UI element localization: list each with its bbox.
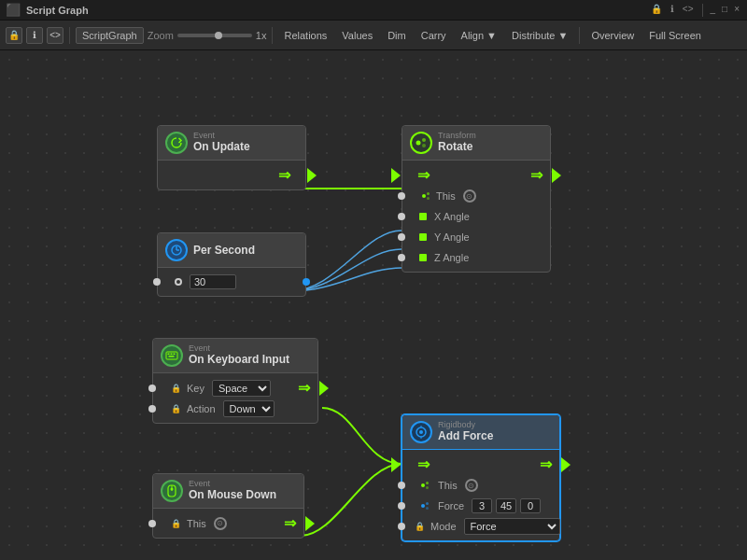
add-force-mode-label: Mode — [430, 521, 457, 532]
transform-yangle-row: Y Angle — [402, 227, 550, 247]
transform-xangle-dot — [419, 213, 427, 220]
node-mouse-down[interactable]: Event On Mouse Down 🔒 This ⊙ ⇒ — [152, 473, 304, 539]
add-force-force-port[interactable] — [398, 502, 405, 510]
minimize-btn[interactable]: _ — [709, 4, 718, 17]
on-update-subtitle: Event — [193, 132, 298, 140]
info-icon[interactable]: ℹ — [668, 4, 677, 17]
keyboard-key-select[interactable]: Space Enter Escape — [212, 380, 271, 397]
mouse-down-in-port[interactable] — [148, 520, 156, 527]
add-force-flow-row: ⇒ ⇒ — [402, 454, 559, 475]
title-bar-title: Script Graph — [26, 5, 89, 16]
mouse-down-title-group: Event On Mouse Down — [189, 480, 296, 501]
svg-point-18 — [419, 430, 423, 434]
keyboard-header: Event On Keyboard Input — [153, 339, 317, 373]
transform-rotate-header: Transform Rotate — [402, 126, 550, 161]
mouse-down-icon — [161, 480, 183, 502]
mouse-down-this-label: This — [187, 518, 206, 529]
svg-point-7 — [427, 192, 430, 195]
add-force-force-icon — [419, 500, 430, 511]
add-force-title-group: Rigidbody Add Force — [438, 421, 552, 442]
keyboard-key-in-port[interactable] — [148, 385, 156, 392]
window-controls[interactable]: 🔒 ℹ <> _ □ × — [648, 4, 741, 17]
transform-flow-out[interactable] — [552, 168, 561, 183]
add-force-flow-in[interactable] — [391, 457, 401, 472]
transform-flow-out-arrow: ⇒ — [530, 166, 543, 184]
mouse-down-header: Event On Mouse Down — [153, 474, 303, 509]
lock-toolbar-icon[interactable]: 🔒 — [6, 27, 22, 44]
transform-xangle-port[interactable] — [398, 213, 405, 220]
distribute-btn[interactable]: Distribute ▼ — [506, 28, 573, 43]
per-second-in-port[interactable] — [153, 278, 161, 286]
keyboard-flow-port[interactable] — [319, 381, 329, 396]
maximize-btn[interactable]: □ — [720, 4, 729, 17]
scriptgraph-tag[interactable]: ScriptGraph — [76, 27, 144, 44]
svg-rect-12 — [174, 354, 176, 356]
zoom-slider[interactable] — [177, 34, 252, 37]
values-btn[interactable]: Values — [336, 28, 378, 43]
per-second-title-group: Per Second — [193, 244, 298, 257]
add-force-flow-out[interactable] — [561, 457, 571, 472]
info-toolbar-icon[interactable]: ℹ — [26, 27, 43, 44]
transform-flow-row: ⇒ ⇒ — [402, 164, 550, 186]
code-toolbar-icon[interactable]: <> — [47, 27, 63, 44]
svg-point-8 — [427, 197, 430, 200]
transform-yangle-port[interactable] — [398, 233, 405, 241]
mouse-down-flow-arrow: ⇒ — [284, 514, 296, 532]
mouse-down-flow-port[interactable] — [305, 516, 315, 531]
add-force-mode-port[interactable] — [398, 523, 405, 530]
node-transform-rotate[interactable]: Transform Rotate ⇒ ⇒ — [402, 125, 551, 273]
svg-rect-10 — [168, 354, 170, 356]
mouse-down-body: 🔒 This ⊙ ⇒ — [153, 509, 303, 538]
on-update-title: On Update — [193, 140, 298, 153]
transform-this-in-port[interactable] — [398, 192, 405, 200]
keyboard-action-select[interactable]: Down Up Hold — [223, 400, 275, 417]
add-force-y-input[interactable] — [496, 498, 516, 513]
svg-point-6 — [422, 194, 426, 198]
node-per-second[interactable]: Per Second — [157, 232, 306, 297]
overview-btn[interactable]: Overview — [585, 28, 640, 43]
add-force-z-input[interactable] — [520, 498, 541, 513]
lock-icon[interactable]: 🔒 — [648, 4, 665, 17]
transform-zangle-port[interactable] — [398, 254, 405, 261]
transform-flow-in-arrow: ⇒ — [417, 166, 430, 184]
add-force-mode-lock: 🔒 — [414, 521, 425, 532]
code-icon[interactable]: <> — [680, 4, 697, 17]
fullscreen-btn[interactable]: Full Screen — [643, 28, 707, 43]
transform-zangle-label: Z Angle — [434, 252, 469, 263]
svg-point-16 — [171, 488, 174, 491]
transform-xangle-label: X Angle — [434, 211, 470, 222]
node-keyboard-input[interactable]: Event On Keyboard Input 🔒 Key Space Ente… — [152, 338, 318, 424]
add-force-this-port[interactable] — [398, 482, 405, 489]
keyboard-action-in-port[interactable] — [148, 405, 156, 413]
add-force-mode-select[interactable]: Force Impulse VelocityChange — [464, 518, 560, 535]
on-update-icon — [165, 132, 188, 154]
node-on-update[interactable]: Event On Update ⇒ — [157, 125, 306, 190]
add-force-x-input[interactable] — [472, 498, 492, 513]
svg-point-26 — [426, 507, 429, 510]
align-btn[interactable]: Align ▼ — [456, 28, 502, 43]
keyboard-title: On Keyboard Input — [189, 353, 310, 366]
on-update-title-group: Event On Update — [193, 132, 298, 153]
add-force-force-row: Force — [402, 496, 559, 516]
relations-btn[interactable]: Relations — [278, 28, 332, 43]
transform-this-target[interactable]: ⊙ — [463, 189, 476, 203]
svg-rect-13 — [169, 356, 175, 357]
on-update-flow-port[interactable] — [307, 168, 317, 183]
transform-zangle-row: Z Angle — [402, 247, 550, 268]
dim-btn[interactable]: Dim — [382, 28, 412, 43]
on-update-body: ⇒ — [158, 161, 305, 189]
svg-point-25 — [426, 502, 429, 505]
transform-rotate-body: ⇒ ⇒ This ⊙ — [402, 161, 550, 272]
zoom-slider-thumb[interactable] — [215, 32, 222, 39]
close-btn[interactable]: × — [732, 4, 741, 17]
title-bar: ⬛ Script Graph 🔒 ℹ <> _ □ × — [0, 0, 747, 21]
transform-title: Rotate — [438, 140, 543, 153]
mouse-down-this-target[interactable]: ⊙ — [214, 517, 227, 530]
per-second-out-port[interactable] — [303, 278, 310, 286]
transform-flow-in[interactable] — [391, 168, 401, 183]
carry-btn[interactable]: Carry — [416, 28, 452, 43]
add-force-this-target[interactable]: ⊙ — [465, 479, 478, 492]
per-second-input[interactable] — [190, 274, 236, 289]
toolbar-sep1 — [69, 27, 70, 44]
node-add-force[interactable]: Rigidbody Add Force ⇒ ⇒ — [402, 414, 560, 541]
